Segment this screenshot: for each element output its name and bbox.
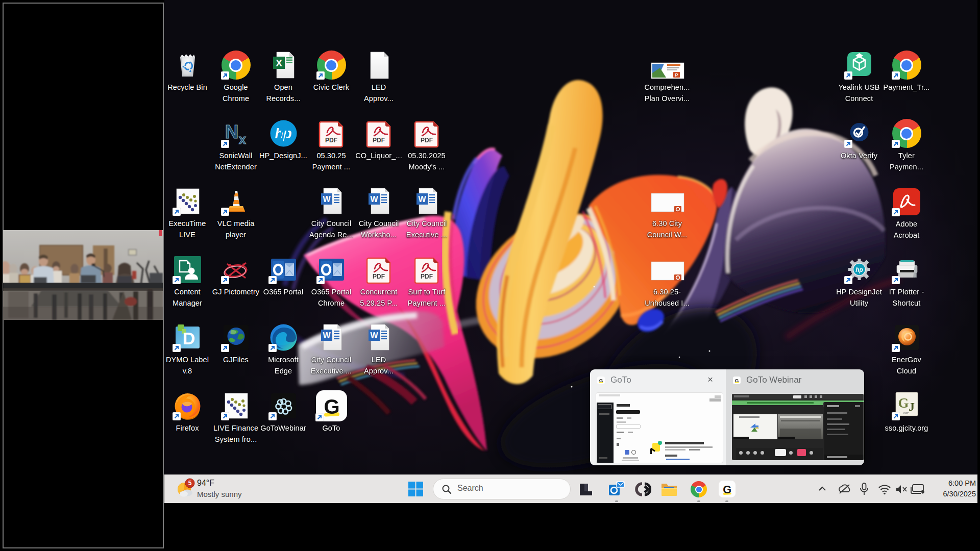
svg-text:5: 5 xyxy=(188,480,192,487)
